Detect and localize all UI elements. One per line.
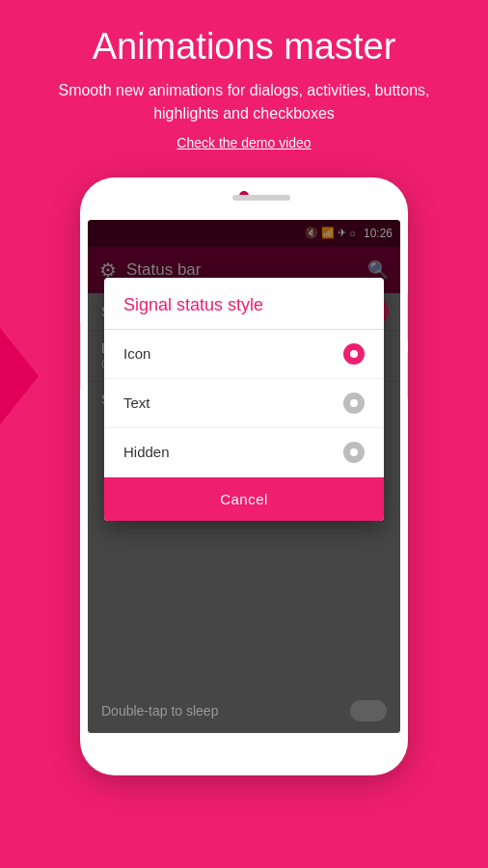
dialog-option-hidden[interactable]: Hidden	[104, 428, 384, 477]
dialog-option-icon[interactable]: Icon	[104, 330, 384, 379]
volume-up-button[interactable]	[407, 293, 408, 341]
hidden-option-label: Hidden	[123, 444, 170, 460]
volume-down-button[interactable]	[407, 351, 408, 399]
app-title: Animations master	[29, 27, 459, 68]
dialog-option-text[interactable]: Text	[104, 379, 384, 428]
text-option-label: Text	[123, 394, 150, 411]
power-button[interactable]	[80, 322, 81, 390]
phone-screen: 🔇 📶 ✈ ○ 10:26 ⚙ Status bar 🔍 Show clock …	[88, 220, 400, 733]
phone-device: 🔇 📶 ✈ ○ 10:26 ⚙ Status bar 🔍 Show clock …	[80, 177, 408, 775]
header: Animations master Smooth new animations …	[0, 0, 488, 170]
icon-option-label: Icon	[123, 345, 150, 362]
dialog-title: Signal status style	[104, 278, 384, 330]
text-radio-unselected	[343, 393, 365, 414]
app-subtitle: Smooth new animations for dialogs, activ…	[29, 79, 459, 125]
cancel-button[interactable]: Cancel	[104, 477, 384, 521]
dialog-overlay: Signal status style Icon Text Hidden Can…	[88, 220, 400, 733]
signal-status-dialog: Signal status style Icon Text Hidden Can…	[104, 278, 384, 521]
phone-wrapper: 🔇 📶 ✈ ○ 10:26 ⚙ Status bar 🔍 Show clock …	[0, 177, 488, 775]
demo-video-link[interactable]: Check the demo video	[29, 135, 459, 150]
decoration-triangle	[0, 328, 39, 424]
phone-speaker	[232, 195, 290, 201]
icon-radio-selected	[343, 343, 365, 365]
hidden-radio-unselected	[343, 442, 365, 463]
